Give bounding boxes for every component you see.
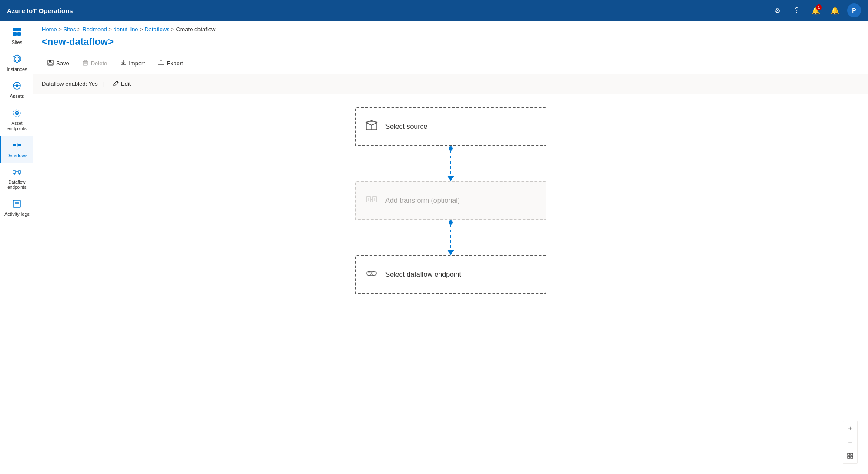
activity-logs-icon	[12, 199, 22, 210]
destination-node[interactable]: Select dataflow endpoint	[355, 255, 546, 294]
export-button[interactable]: Export	[152, 57, 189, 70]
help-icon[interactable]: ?	[790, 3, 804, 17]
settings-icon[interactable]: ⚙	[771, 3, 784, 17]
svg-rect-28	[49, 60, 51, 62]
sidebar-item-dataflow-endpoints[interactable]: Dataflow endpoints	[0, 163, 33, 195]
source-node-icon	[365, 118, 379, 135]
flow-canvas: Select source	[33, 94, 868, 474]
destination-node-label: Select dataflow endpoint	[385, 271, 461, 279]
sidebar-item-activity-logs[interactable]: Activity logs	[0, 195, 33, 222]
app-title: Azure IoT Operations	[7, 7, 73, 14]
breadcrumb-sep2: >	[77, 26, 82, 33]
svg-line-43	[372, 123, 377, 125]
sidebar-item-assets[interactable]: Assets	[0, 77, 33, 104]
breadcrumb-home[interactable]: Home	[42, 26, 57, 33]
delete-button[interactable]: Delete	[77, 57, 113, 70]
dataflows-icon	[12, 140, 22, 151]
sidebar-item-activity-logs-label: Activity logs	[4, 212, 30, 217]
transform-node-label: Add transform (optional)	[385, 197, 460, 205]
save-label: Save	[56, 60, 69, 67]
page-title: <new-dataflow>	[33, 34, 868, 53]
svg-rect-2	[13, 32, 17, 36]
sidebar-item-dataflows[interactable]: Dataflows	[0, 136, 33, 163]
app-header: Azure IoT Operations ⚙ ? 🔔 1 🔔 P	[0, 0, 868, 21]
zoom-out-button[interactable]: −	[843, 435, 857, 449]
svg-marker-5	[15, 57, 19, 61]
edit-button[interactable]: Edit	[110, 78, 134, 89]
edit-label: Edit	[121, 81, 131, 87]
connector-dot-1	[449, 146, 453, 151]
breadcrumb-donut-line[interactable]: donut-line	[114, 26, 138, 33]
import-label: Import	[129, 60, 145, 67]
zoom-out-icon: −	[848, 438, 852, 446]
zoom-fit-icon	[847, 452, 854, 460]
main-layout: Sites Instances	[0, 21, 868, 474]
sidebar-item-dataflows-label: Dataflows	[7, 153, 27, 158]
status-divider: |	[103, 81, 104, 87]
sidebar-item-instances-label: Instances	[7, 67, 27, 72]
breadcrumb-sep4: >	[140, 26, 144, 33]
delete-icon	[82, 60, 88, 67]
header-actions: ⚙ ? 🔔 1 🔔 P	[771, 3, 861, 17]
instances-icon	[12, 54, 22, 65]
import-button[interactable]: Import	[114, 57, 151, 70]
svg-rect-61	[851, 456, 853, 458]
connector-arrow-1	[447, 176, 454, 181]
dataflow-enabled-label: Dataflow enabled: Yes	[42, 81, 98, 87]
svg-rect-19	[18, 171, 21, 173]
toolbar: Save Delete	[33, 53, 868, 74]
connector-1	[355, 146, 546, 181]
zoom-fit-button[interactable]	[843, 449, 857, 463]
sites-icon	[12, 27, 22, 38]
breadcrumb: Home > Sites > Redmond > donut-line > Da…	[33, 21, 868, 34]
connector-2	[355, 220, 546, 255]
breadcrumb-sites[interactable]: Sites	[64, 26, 76, 33]
breadcrumb-sep1: >	[58, 26, 63, 33]
svg-rect-18	[13, 171, 16, 173]
sidebar-item-asset-endpoints[interactable]: Asset endpoints	[0, 104, 33, 136]
sidebar: Sites Instances	[0, 21, 33, 474]
save-icon	[47, 60, 54, 67]
svg-rect-1	[17, 28, 21, 31]
breadcrumb-sep5: >	[171, 26, 176, 33]
breadcrumb-redmond[interactable]: Redmond	[82, 26, 107, 33]
save-button[interactable]: Save	[42, 57, 75, 70]
breadcrumb-current: Create dataflow	[176, 26, 215, 33]
dataflow-endpoints-icon	[12, 167, 22, 178]
delete-label: Delete	[91, 60, 107, 67]
svg-rect-60	[848, 456, 850, 458]
assets-icon	[12, 81, 22, 92]
sidebar-item-asset-endpoints-label: Asset endpoints	[3, 121, 31, 131]
svg-rect-58	[848, 453, 850, 455]
svg-line-42	[366, 123, 372, 125]
sidebar-item-sites-label: Sites	[12, 40, 22, 45]
import-icon	[120, 60, 126, 67]
breadcrumb-dataflows[interactable]: Dataflows	[144, 26, 169, 33]
svg-point-13	[16, 112, 18, 114]
destination-node-icon	[365, 266, 379, 283]
connector-line-1	[450, 151, 451, 176]
alert-icon[interactable]: 🔔	[828, 3, 842, 17]
sidebar-item-sites[interactable]: Sites	[0, 23, 33, 50]
content-area: Home > Sites > Redmond > donut-line > Da…	[33, 21, 868, 474]
svg-rect-15	[13, 144, 16, 146]
notification-bell-icon[interactable]: 🔔 1	[809, 3, 823, 17]
source-node[interactable]: Select source	[355, 107, 546, 146]
status-bar: Dataflow enabled: Yes | Edit	[33, 74, 868, 94]
zoom-in-button[interactable]: +	[843, 421, 857, 435]
transform-node-icon	[365, 192, 379, 209]
svg-rect-3	[17, 32, 21, 36]
connector-arrow-2	[447, 250, 454, 255]
user-avatar[interactable]: P	[847, 3, 861, 17]
transform-node[interactable]: Add transform (optional)	[355, 181, 546, 220]
svg-rect-29	[49, 63, 52, 65]
zoom-in-icon: +	[848, 424, 852, 432]
svg-point-55	[372, 271, 376, 276]
zoom-controls: + −	[843, 421, 858, 464]
svg-rect-0	[13, 28, 17, 31]
sidebar-item-dataflow-endpoints-label: Dataflow endpoints	[3, 180, 31, 190]
export-icon	[158, 60, 164, 67]
sidebar-item-instances[interactable]: Instances	[0, 50, 33, 77]
connector-line-2	[450, 225, 451, 250]
breadcrumb-sep3: >	[108, 26, 113, 33]
